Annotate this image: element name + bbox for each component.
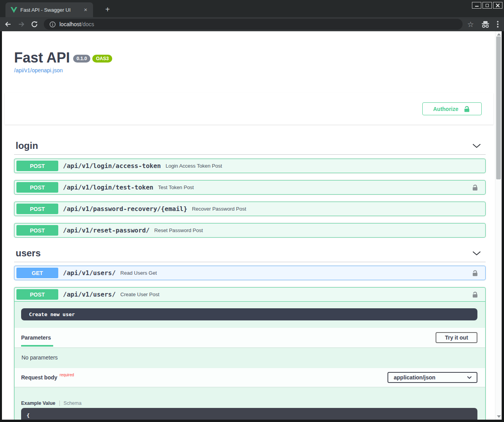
browser-toolbar: localhost/docs ☆ [0,17,504,31]
operation-header[interactable]: POST /api/v1/login/access-token Login Ac… [14,159,485,173]
select-chevron-icon [467,376,472,379]
tab-title: Fast API - Swagger UI [20,7,82,13]
tab-close-icon[interactable]: × [82,6,89,13]
operation-summary: Reset Password Post [154,227,203,233]
scrollbar-thumb[interactable] [496,36,501,179]
scrollbar-up-arrow[interactable] [497,33,501,36]
operation-summary: Create User Post [120,291,160,297]
version-badge: 0.1.0 [73,55,91,63]
operation-header[interactable]: POST /api/v1/login/test-token Test Token… [14,181,485,194]
browser-tab[interactable]: Fast API - Swagger UI × [5,2,93,17]
operation-header[interactable]: POST /api/v1/reset-password/ Reset Passw… [14,224,485,237]
media-type-value: application/json [394,374,436,381]
operation-login-access-token: POST /api/v1/login/access-token Login Ac… [14,159,486,173]
openapi-spec-link[interactable]: /api/v1/openapi.json [14,67,63,73]
auth-lock-icon[interactable] [471,269,479,277]
minimize-icon [475,6,479,7]
tab-schema[interactable]: Schema [64,401,82,406]
favicon-icon [11,7,17,13]
oas-badge: OAS3 [92,55,112,63]
operation-header[interactable]: GET /api/v1/users/ Read Users Get [14,266,485,280]
incognito-icon [481,21,490,28]
tab-parameters[interactable]: Parameters [21,328,51,347]
operation-path: /api/v1/login/test-token [63,184,153,191]
method-badge: POST [16,204,58,214]
window-controls [472,2,502,9]
page-scrollbar[interactable] [495,31,502,420]
forward-button[interactable] [16,19,27,30]
url-bar[interactable]: localhost/docs [44,19,463,30]
operation-path: /api/v1/login/access-token [63,162,161,170]
url-host: localhost [59,21,81,27]
required-flag: required [60,373,74,377]
authorize-button[interactable]: Authorize [422,102,482,115]
try-it-out-button[interactable]: Try it out [436,332,477,343]
tab-example-value[interactable]: Example Value [21,401,56,406]
users-operations: GET /api/v1/users/ Read Users Get POST /… [14,266,486,420]
example-code-block[interactable]: { [21,408,477,420]
reload-button[interactable] [29,19,40,30]
operation-path: /api/v1/users/ [63,269,116,277]
operation-header[interactable]: POST /api/v1/users/ Create User Post [14,288,485,301]
window-minimize-button[interactable] [472,2,481,9]
model-example-area: Example Value Schema { [14,387,485,420]
method-badge: GET [16,268,58,278]
method-badge: POST [16,182,58,193]
operation-create-user: POST /api/v1/users/ Create User Post Cre… [14,287,486,420]
auth-lock-icon[interactable] [471,291,479,299]
scrollbar-down-arrow[interactable] [497,415,501,418]
no-parameters-text: No parameters [14,347,485,368]
tag-title-login: login [16,140,38,151]
page-info-icon[interactable] [49,21,56,28]
unlocked-padlock-icon [463,105,471,113]
parameters-tab-label: Parameters [21,334,51,341]
browser-titlebar: Fast API - Swagger UI × + [0,0,504,17]
window-close-button[interactable] [493,2,502,9]
window-maximize-button[interactable] [482,2,492,9]
page-title: Fast API [14,50,70,66]
browser-window: Fast API - Swagger UI × + localhost/docs… [0,0,504,422]
authorize-label: Authorize [433,106,459,112]
tag-section-login[interactable]: login [14,140,486,155]
parameters-section-header: Parameters Try it out [14,328,485,347]
operation-login-test-token: POST /api/v1/login/test-token Test Token… [14,180,486,195]
operation-read-users: GET /api/v1/users/ Read Users Get [14,266,486,280]
maximize-icon [486,4,489,7]
operation-summary: Login Access Token Post [165,163,222,169]
request-body-label: Request body [21,374,57,381]
url-path: /docs [81,21,94,27]
request-body-header: Request bodyrequired application/json [14,368,485,387]
operation-password-recovery: POST /api/v1/password-recovery/{email} R… [14,202,486,216]
method-badge: POST [16,289,58,300]
method-badge: POST [16,161,58,171]
model-tabs: Example Value Schema [21,401,477,406]
tag-section-users[interactable]: users [14,248,486,262]
chevron-down-icon[interactable] [472,144,481,148]
chevron-down-icon[interactable] [472,251,481,256]
page-viewport: Fast API0.1.0OAS3 /api/v1/openapi.json A… [2,31,495,420]
operation-path: /api/v1/users/ [63,291,116,298]
operation-summary: Recover Password Post [192,206,246,212]
operation-header[interactable]: POST /api/v1/password-recovery/{email} R… [14,202,485,216]
operation-path: /api/v1/password-recovery/{email} [63,205,187,213]
operation-summary: Test Token Post [158,184,194,190]
media-type-select[interactable]: application/json [387,372,477,383]
active-tab-underline [21,345,53,347]
bookmark-star-icon[interactable]: ☆ [467,20,474,29]
toolbar-right: ☆ [467,20,499,29]
back-button[interactable] [2,19,13,30]
operation-description: Create new user [21,308,477,320]
new-tab-button[interactable]: + [102,5,113,15]
browser-menu-icon[interactable] [497,21,499,28]
operation-expanded-body: Create new user Parameters Try it out No… [14,301,485,420]
login-operations: POST /api/v1/login/access-token Login Ac… [14,159,486,238]
operation-summary: Read Users Get [120,270,157,276]
tab-separator [59,401,60,406]
method-badge: POST [16,225,58,236]
close-icon [496,4,500,7]
operation-reset-password: POST /api/v1/reset-password/ Reset Passw… [14,223,486,238]
tag-title-users: users [16,248,41,259]
operation-path: /api/v1/reset-password/ [63,227,150,234]
auth-lock-icon[interactable] [471,184,479,191]
scheme-container: Authorize [5,93,493,125]
